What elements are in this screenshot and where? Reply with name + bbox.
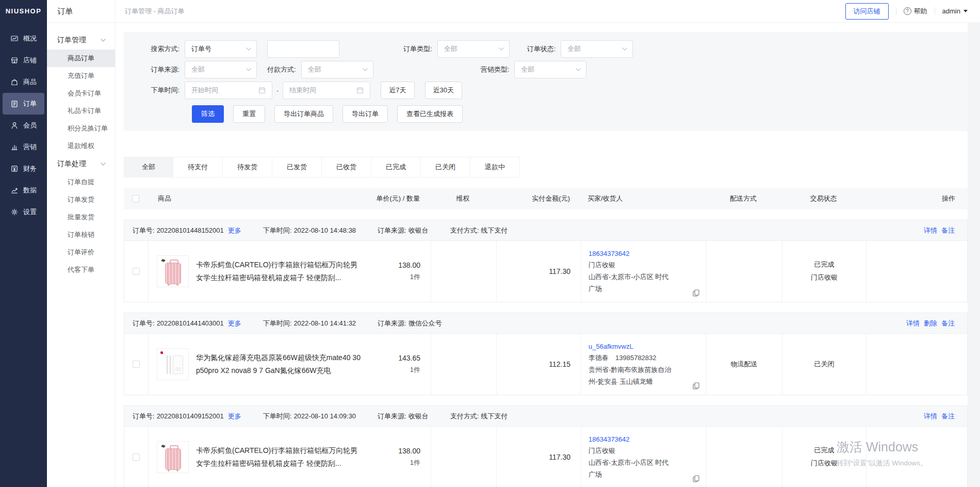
more-link[interactable]: 更多	[228, 226, 241, 235]
row-checkbox[interactable]	[133, 361, 140, 368]
trade-status: 已完成 门店收银	[782, 427, 866, 487]
last-7-days-button[interactable]: 近7天	[381, 82, 414, 99]
tab-received[interactable]: 已收货	[322, 157, 371, 177]
order-time-label: 下单时间:	[263, 412, 292, 421]
submenu-item-order-verification[interactable]: 订单核销	[47, 226, 115, 244]
copy-icon[interactable]	[693, 382, 699, 389]
order-clipboard-icon	[10, 100, 19, 108]
last-30-days-button[interactable]: 近30天	[425, 82, 462, 99]
submenu-item-gift-card-orders[interactable]: 礼品卡订单	[47, 102, 115, 120]
more-link[interactable]: 更多	[228, 319, 241, 328]
order-status-select[interactable]: 全部	[561, 40, 633, 58]
tab-refunding[interactable]: 退款中	[470, 157, 520, 177]
row-checkbox[interactable]	[133, 453, 140, 461]
sidebar-item-data[interactable]: 数据	[0, 180, 47, 201]
status-line: 已关闭	[814, 358, 835, 371]
sidebar-item-settings[interactable]: 设置	[0, 201, 47, 223]
chevron-down-icon	[622, 47, 627, 51]
scrollbar-track[interactable]	[968, 23, 980, 487]
detail-link[interactable]: 详情	[924, 412, 937, 421]
submenu-item-order-shipping[interactable]: 订单发货	[47, 191, 115, 208]
pay-method-select[interactable]: 全部	[301, 61, 373, 78]
submenu-item-refund-rights[interactable]: 退款维权	[47, 137, 115, 155]
more-link[interactable]: 更多	[228, 412, 241, 421]
order-submenu: 订单 订单管理 商品订单 充值订单 会员卡订单 礼品卡订单 积分兑换订单 退款维…	[47, 0, 116, 487]
sidebar-item-members[interactable]: 会员	[0, 115, 47, 136]
end-time-input[interactable]: 结束时间	[283, 82, 370, 99]
order-header: 订单号:202208101409152001更多 下单时间:2022-08-10…	[124, 406, 967, 427]
chevron-down-icon	[101, 39, 106, 42]
submenu-item-batch-shipping[interactable]: 批量发货	[47, 208, 115, 226]
detail-link[interactable]: 详情	[906, 319, 920, 328]
copy-icon[interactable]	[693, 475, 699, 482]
tab-closed[interactable]: 已关闭	[421, 157, 470, 177]
app: NIUSHOP 概况 店铺 商品 订单 会员	[0, 0, 980, 487]
paid-amount: 117.30	[496, 427, 581, 487]
main-sidebar: NIUSHOP 概况 店铺 商品 订单 会员	[0, 0, 47, 487]
submenu-item-member-card-orders[interactable]: 会员卡订单	[47, 85, 115, 102]
data-trend-icon	[10, 186, 19, 194]
order-row: 卡帝乐鳄鱼(CARTELO)行李箱旅行箱铝框万向轮男女学生拉杆箱密码箱登机箱皮箱…	[124, 427, 967, 487]
sidebar-item-orders[interactable]: 订单	[3, 93, 44, 115]
tab-pending-payment[interactable]: 待支付	[173, 157, 223, 177]
product-image-suitcase	[157, 441, 189, 473]
visit-shop-button[interactable]: 访问店铺	[845, 3, 889, 20]
marketing-type-label: 营销类型:	[481, 65, 510, 74]
buyer-account-link[interactable]: 18634373642	[589, 248, 698, 260]
username: admin	[942, 7, 960, 15]
table-header: 商品 单价(元) / 数量 维权 实付金额(元) 买家/收货人 配送方式 交易状…	[124, 188, 968, 209]
detail-link[interactable]: 详情	[924, 226, 937, 235]
select-all-checkbox[interactable]	[132, 195, 139, 202]
divider	[935, 7, 935, 15]
submenu-item-order-review[interactable]: 订单评价	[47, 244, 115, 261]
help-button[interactable]: ? 帮助	[904, 7, 927, 16]
submenu-group-order-processing[interactable]: 订单处理	[47, 155, 115, 173]
sidebar-item-shop[interactable]: 店铺	[0, 50, 47, 71]
select-value: 全部	[308, 65, 321, 74]
row-checkbox[interactable]	[133, 268, 140, 275]
remark-link[interactable]: 备注	[941, 319, 955, 328]
sidebar-item-label: 会员	[23, 121, 37, 130]
sidebar-item-overview[interactable]: 概况	[0, 28, 47, 50]
submenu-item-order-pickup[interactable]: 订单自提	[47, 173, 115, 191]
sidebar-item-marketing[interactable]: 营销	[0, 136, 47, 158]
order-source-select[interactable]: 全部	[185, 61, 257, 78]
submenu-item-proxy-order[interactable]: 代客下单	[47, 261, 115, 279]
delivery-method: 物流配送	[706, 334, 782, 395]
submenu-item-points-orders[interactable]: 积分兑换订单	[47, 120, 115, 137]
tab-all[interactable]: 全部	[124, 157, 173, 177]
delete-link[interactable]: 删除	[924, 319, 937, 328]
buyer-account-link[interactable]: u_56afkmvwzL	[589, 341, 698, 353]
sidebar-item-goods[interactable]: 商品	[0, 71, 47, 93]
paid-amount: 117.30	[496, 241, 581, 302]
marketing-type-select[interactable]: 全部	[514, 61, 586, 78]
filter-button[interactable]: 筛选	[192, 105, 224, 123]
tab-completed[interactable]: 已完成	[371, 157, 421, 177]
remark-link[interactable]: 备注	[941, 226, 955, 235]
submenu-group-order-management[interactable]: 订单管理	[47, 31, 115, 50]
export-order-goods-button[interactable]: 导出订单商品	[274, 105, 333, 123]
copy-icon[interactable]	[693, 289, 699, 297]
sidebar-item-finance[interactable]: 财务	[0, 158, 47, 180]
order-no-label: 订单号:	[133, 226, 155, 235]
buyer-account-link[interactable]: 18634373642	[589, 434, 698, 446]
remark-link[interactable]: 备注	[941, 412, 955, 421]
reset-button[interactable]: 重置	[233, 105, 265, 123]
divider	[896, 7, 896, 15]
user-menu[interactable]: admin	[942, 7, 968, 15]
view-reports-button[interactable]: 查看已生成报表	[397, 105, 463, 123]
tab-pending-shipment[interactable]: 待发货	[223, 157, 272, 177]
export-order-button[interactable]: 导出订单	[342, 105, 388, 123]
order-time-label: 下单时间:	[136, 86, 179, 95]
submenu-item-recharge-orders[interactable]: 充值订单	[47, 67, 115, 85]
order-type-select[interactable]: 全部	[437, 40, 510, 58]
start-time-input[interactable]: 开始时间	[185, 82, 272, 99]
search-type-select[interactable]: 订单号	[185, 40, 257, 58]
submenu-item-goods-orders[interactable]: 商品订单	[47, 50, 115, 67]
chevron-down-icon	[246, 47, 251, 51]
tab-shipped[interactable]: 已发货	[272, 157, 322, 177]
buyer-cell: 18634373642 门店收银 山西省-太原市-小店区 时代广场	[581, 427, 706, 487]
submenu-title: 订单	[47, 0, 115, 23]
buyer-address: 山西省-太原市-小店区 时代广场	[589, 457, 674, 481]
keyword-input[interactable]	[267, 40, 339, 58]
